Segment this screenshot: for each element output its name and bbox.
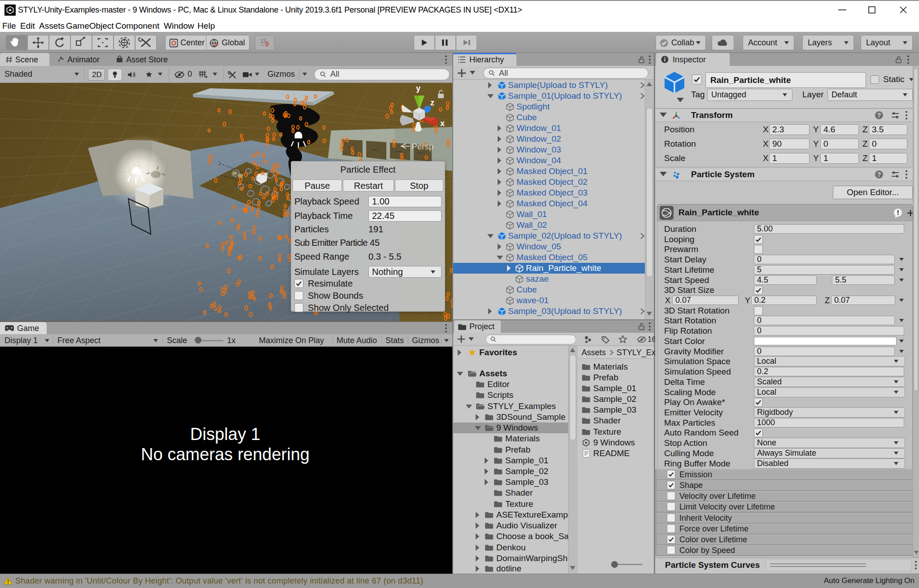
svg-text:Persp: Persp xyxy=(411,142,434,151)
svg-text:?: ? xyxy=(877,171,881,178)
svg-text:y: y xyxy=(416,84,420,93)
svg-text:x: x xyxy=(440,119,445,128)
svg-text:?: ? xyxy=(877,112,881,119)
svg-text:z: z xyxy=(430,98,434,107)
